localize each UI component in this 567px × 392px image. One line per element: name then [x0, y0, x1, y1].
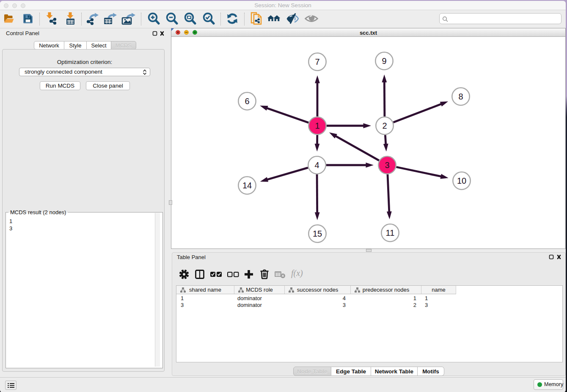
svg-text:1: 1 [315, 121, 319, 130]
svg-text:7: 7 [315, 57, 319, 66]
svg-text:3: 3 [385, 160, 389, 170]
svg-text:10: 10 [457, 176, 466, 185]
svg-text:11: 11 [386, 228, 395, 237]
svg-text:6: 6 [245, 97, 249, 106]
svg-text:9: 9 [382, 56, 386, 66]
svg-text:4: 4 [314, 160, 319, 170]
svg-text:8: 8 [458, 92, 463, 101]
svg-text:2: 2 [382, 121, 387, 130]
svg-text:14: 14 [242, 181, 252, 190]
svg-text:15: 15 [313, 229, 322, 238]
